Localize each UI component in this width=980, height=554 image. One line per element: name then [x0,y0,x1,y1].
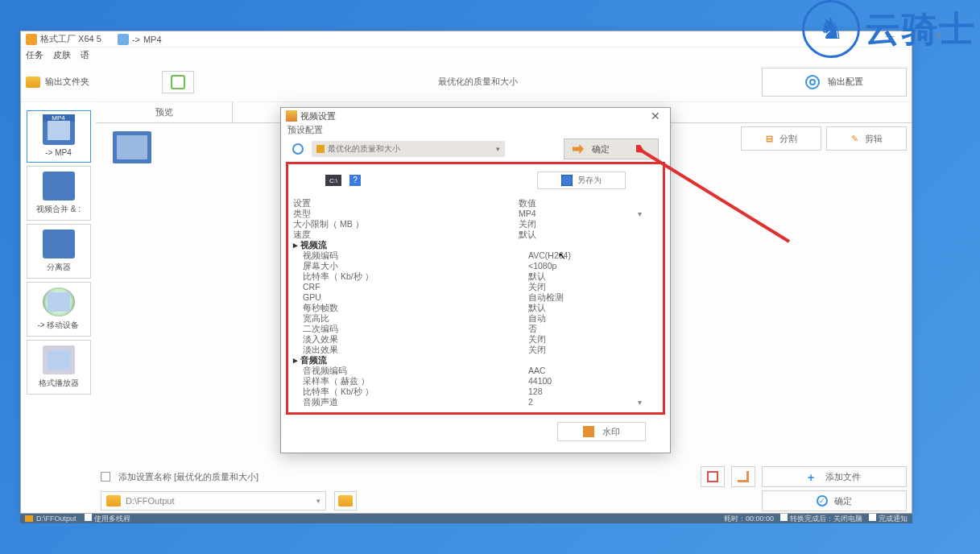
section-audio: ▸ 音频流 [293,355,658,366]
menu-task[interactable]: 任务 [26,49,43,61]
add-settings-checkbox[interactable] [101,472,110,482]
modal-ok-button[interactable]: 确定 [564,138,659,159]
menu-lang[interactable]: 语 [81,49,89,61]
check-icon [817,495,828,506]
sidebar-item-player[interactable]: 格式播放器 [27,340,91,395]
folder-icon [25,515,33,522]
split-icon: ⊟ [766,134,773,144]
help-icon[interactable]: ? [349,175,361,186]
sidebar-item-split[interactable]: 分离器 [27,224,91,279]
doc-icon [118,34,129,45]
output-folder-button[interactable]: 输出文件夹 [26,76,89,88]
menubar: 任务 皮肤 语 [21,48,912,62]
export-button[interactable] [731,466,755,487]
taskbar-path: D:\FFOutput [36,515,76,523]
folder-icon [106,495,121,506]
gear-icon [805,75,820,89]
maximize-button[interactable]: ☐ [904,31,924,41]
remove-button[interactable] [701,466,725,487]
preset-select[interactable]: 最优化的质量和大小 [312,141,505,157]
sidebar-item-mobile[interactable]: -> 移动设备 [27,282,91,337]
table-row[interactable]: 二次编码否 [293,324,658,334]
table-row[interactable]: 采样率（ 赫兹 ）44100 [293,376,658,387]
x-icon [707,471,718,482]
table-row[interactable]: 屏幕大小<1080p [293,261,658,271]
folder-icon [26,76,40,88]
table-row[interactable]: 淡出效果关闭 [293,345,658,355]
tab-preview[interactable]: 预览 [96,102,233,122]
table-row[interactable]: GPU自动检测 [293,292,658,303]
app-name: 格式工厂 X64 5 [40,33,101,45]
sidebar-item-mp4[interactable]: -> MP4 [27,110,91,163]
modal-icon [286,110,297,122]
minimize-button[interactable]: — [880,31,899,41]
close-button[interactable]: ✕ [928,31,948,41]
folder-icon [338,495,353,506]
table-row[interactable]: 视频编码AVC(H264) [293,250,658,261]
confirm-button[interactable]: 确定 [762,490,907,511]
table-row[interactable]: 类型MP4▾ [293,209,658,219]
watermark-icon [583,426,594,437]
sidebar-item-merge[interactable]: 视频合并 & : [27,166,91,221]
preview-column [96,123,168,172]
browse-folder-button[interactable] [334,491,357,511]
table-row[interactable]: 每秒帧数默认 [293,303,658,313]
preview-thumb[interactable] [113,131,151,163]
table-row[interactable]: 比特率（ Kb/秒 ）128 [293,387,658,397]
disk-icon [561,175,573,186]
output-config-button[interactable]: 输出配置 [762,68,907,97]
table-row[interactable]: 音频声道2▾ [293,397,658,407]
dropdown-icon: ▾ [316,497,320,505]
table-row[interactable]: 宽高比自动 [293,313,658,324]
modal-title: 视频设置 [300,110,336,122]
topbar: 输出文件夹 最优化的质量和大小 输出配置 [21,62,912,102]
menu-skin[interactable]: 皮肤 [53,49,71,61]
bottom-bar: 添加设置名称 [最优化的质量和大小] 添加文件 D:\FFOutput ▾ [96,465,912,513]
app-icon [26,34,37,45]
export-icon [738,471,749,482]
output-path-input[interactable]: D:\FFOutput ▾ [101,491,326,511]
multithread-checkbox[interactable] [85,514,92,521]
add-settings-label: 添加设置名称 [最优化的质量和大小] [118,471,258,483]
arrow-icon [573,144,584,154]
notify-checkbox[interactable] [869,514,876,521]
taskbar: D:\FFOutput 使用多线程 耗时：00:00:00 转换完成后：关闭电脑… [20,514,912,523]
split-button[interactable]: ⊟ 分割 [741,126,821,151]
format-label: MP4 [143,35,162,44]
refresh-button[interactable] [162,71,194,93]
settings-table: 设置数值 类型MP4▾ 大小限制（ MB ）关闭 速度默认 ▸ 视频流 视频编码… [293,198,658,407]
table-row[interactable]: 比特率（ Kb/秒 ）默认 [293,271,658,282]
clip-icon: ✎ [851,134,858,144]
watermark-button[interactable]: 水印 [557,422,646,441]
left-sidebar: -> MP4 视频合并 & : 分离器 -> 移动设备 格式播放器 [21,102,96,513]
section-video: ▸ 视频流 [293,240,658,250]
preset-icon [292,143,304,155]
plus-icon [808,471,819,482]
quality-title: 最优化的质量和大小 [194,76,762,88]
table-row[interactable]: CRF关闭 [293,282,658,292]
after-checkbox[interactable] [780,514,788,521]
table-row[interactable]: 淡入效果关闭 [293,334,658,345]
table-row[interactable]: 速度默认 [293,229,658,240]
saveas-button[interactable]: 另存为 [537,172,626,189]
preset-label: 预设配置 [281,124,670,136]
highlight-annotation: C:\ ? 另存为 设置数值 类型MP4▾ 大小限制（ MB ）关闭 速度默认 … [286,162,665,415]
video-settings-modal: 视频设置 ✕ 预设配置 最优化的质量和大小 确定 C:\ ? 另存为 设置数值 … [280,107,671,453]
titlebar: 格式工厂 X64 5 -> MP4 [21,31,912,48]
window-controls: — ☐ ✕ [880,31,948,41]
table-row[interactable]: 大小限制（ MB ）关闭 [293,219,658,229]
time-label: 耗时：00:00:00 [724,514,774,524]
cmd-icon: C:\ [325,175,341,186]
add-file-button[interactable]: 添加文件 [762,466,907,487]
modal-close-button[interactable]: ✕ [646,110,665,122]
clip-button[interactable]: ✎ 剪辑 [826,126,907,151]
table-row[interactable]: 音视频编码AAC [293,366,658,376]
